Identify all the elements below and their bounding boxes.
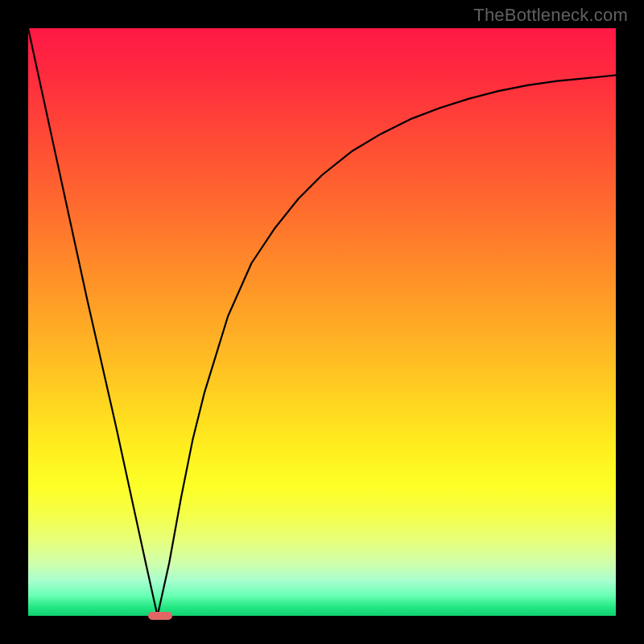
plot-area bbox=[28, 28, 616, 616]
bottleneck-curve bbox=[28, 28, 616, 616]
chart-frame: TheBottleneck.com bbox=[0, 0, 644, 644]
curve-svg bbox=[28, 28, 616, 616]
trough-marker bbox=[148, 612, 172, 621]
watermark-text: TheBottleneck.com bbox=[473, 5, 628, 26]
